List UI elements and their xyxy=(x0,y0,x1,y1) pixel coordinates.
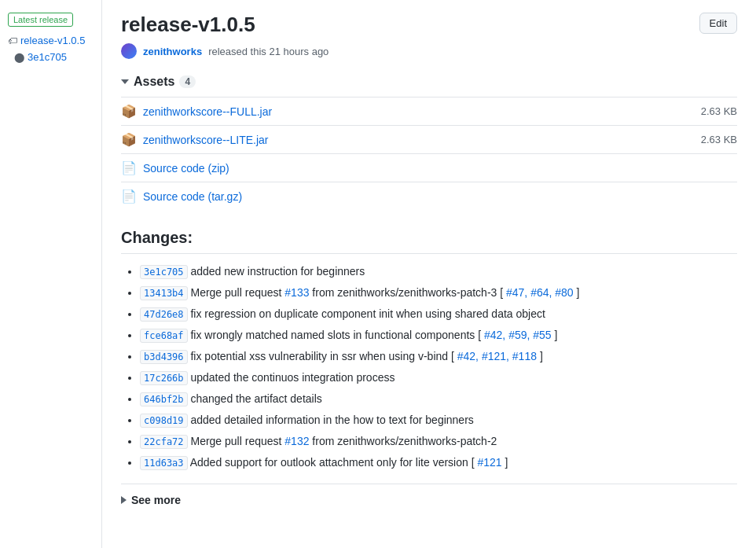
targz-icon: 📄 xyxy=(121,189,137,204)
release-title: release-v1.0.5 xyxy=(121,13,255,37)
hash-b3d4396[interactable]: b3d4396 xyxy=(140,350,188,364)
source-targz-link[interactable]: Source code (tar.gz) xyxy=(143,190,242,203)
release-header: release-v1.0.5 Edit xyxy=(121,13,737,37)
msg-22cfa72: Merge pull request xyxy=(190,435,284,447)
msg-646bf2b: changed the artifact details xyxy=(190,392,321,405)
see-more-button[interactable]: See more xyxy=(121,494,181,506)
commit-item-47d26e8: 47d26e8 fix regression on duplicate comp… xyxy=(140,306,737,322)
hash-646bf2b[interactable]: 646bf2b xyxy=(140,392,188,406)
pr-118-link[interactable]: #118 xyxy=(512,350,537,362)
sidebar-tag[interactable]: 🏷 release-v1.0.5 xyxy=(8,35,94,46)
pr-133-link[interactable]: #133 xyxy=(284,286,309,299)
jar-lite-icon: 📦 xyxy=(121,132,137,147)
asset-item-lite-jar: 📦 zenithworkscore--LITE.jar 2.63 KB xyxy=(121,125,737,153)
hash-13413b4[interactable]: 13413b4 xyxy=(140,286,188,300)
commit-item-22cfa72: 22cfa72 Merge pull request #132 from zen… xyxy=(140,433,737,450)
author-link[interactable]: zenithworks xyxy=(143,46,202,57)
msg-fce68af: fix wrongly matched named slots in funct… xyxy=(190,329,481,341)
sidebar-commit[interactable]: ⬤ 3e1c705 xyxy=(14,51,94,63)
pr-42a-link[interactable]: #42, xyxy=(484,329,505,341)
commit-item-fce68af: fce68af fix wrongly matched named slots … xyxy=(140,327,737,344)
edit-button[interactable]: Edit xyxy=(699,13,737,34)
msg-22cfa72-2: from zenithworks/zenithworks-patch-2 xyxy=(312,435,497,447)
commit-item-b3d4396: b3d4396 fix potential xss vulnerability … xyxy=(140,348,737,365)
msg-47d26e8: fix regression on duplicate component in… xyxy=(190,307,545,320)
hash-3e1c705[interactable]: 3e1c705 xyxy=(140,265,188,279)
release-time: released this 21 hours ago xyxy=(208,46,328,57)
source-zip-item: 📄 Source code (zip) xyxy=(121,153,737,182)
lite-jar-size: 2.63 KB xyxy=(701,134,737,145)
changes-header: Changes: xyxy=(121,229,737,254)
jar-icon: 📦 xyxy=(121,104,137,119)
hash-47d26e8[interactable]: 47d26e8 xyxy=(140,307,188,322)
msg-13413b4: Merge pull request xyxy=(190,286,284,299)
bracket-close-2: ] xyxy=(555,329,558,341)
source-zip-link[interactable]: Source code (zip) xyxy=(143,162,229,175)
commit-item-13413b4: 13413b4 Merge pull request #133 from zen… xyxy=(140,285,737,301)
hash-c098d19[interactable]: c098d19 xyxy=(140,414,188,428)
sidebar-tag-label: release-v1.0.5 xyxy=(20,35,85,46)
pr-132-link[interactable]: #132 xyxy=(284,435,309,447)
lite-jar-link[interactable]: zenithworkscore--LITE.jar xyxy=(143,134,269,146)
release-meta: zenithworks released this 21 hours ago xyxy=(121,43,737,59)
tag-icon: 🏷 xyxy=(8,35,17,46)
assets-section: Assets 4 📦 zenithworkscore--FULL.jar 2.6… xyxy=(121,75,737,210)
commit-item-646bf2b: 646bf2b changed the artifact details xyxy=(140,391,737,407)
source-targz-item: 📄 Source code (tar.gz) xyxy=(121,182,737,210)
commit-item-3e1c705: 3e1c705 added new instruction for beginn… xyxy=(140,263,737,280)
triangle-icon xyxy=(121,496,127,504)
msg-17c266b: updated the continuos integration proces… xyxy=(190,371,395,384)
see-more-section: See more xyxy=(121,484,737,506)
assets-title: Assets xyxy=(134,75,174,89)
assets-chevron-icon xyxy=(121,79,129,84)
bracket-close-4: ] xyxy=(505,456,508,469)
asset-left: 📦 zenithworkscore--FULL.jar xyxy=(121,104,272,119)
changes-list: 3e1c705 added new instruction for beginn… xyxy=(121,263,737,471)
commit-item-c098d19: c098d19 added detailed information in th… xyxy=(140,412,737,428)
bracket-close-3: ] xyxy=(540,350,543,362)
see-more-label: See more xyxy=(131,494,181,506)
hash-17c266b[interactable]: 17c266b xyxy=(140,371,188,385)
pr-80-link[interactable]: #80 xyxy=(555,286,573,299)
pr-121b-link[interactable]: #121 xyxy=(477,456,501,469)
sidebar: Latest release 🏷 release-v1.0.5 ⬤ 3e1c70… xyxy=(0,0,102,548)
msg-11d63a3: Added support for outlook attachment onl… xyxy=(190,456,475,469)
pr-55-link[interactable]: #55 xyxy=(533,329,551,341)
msg-13413b4-2: from zenithworks/zenithworks-patch-3 [ xyxy=(312,286,503,299)
zip-icon: 📄 xyxy=(121,160,137,175)
pr-42b-link[interactable]: #42, xyxy=(457,350,479,362)
full-jar-link[interactable]: zenithworkscore--FULL.jar xyxy=(143,105,272,118)
commit-item-17c266b: 17c266b updated the continuos integratio… xyxy=(140,370,737,386)
pr-59-link[interactable]: #59, xyxy=(508,329,530,341)
msg-c098d19: added detailed information in the how to… xyxy=(190,414,473,426)
hash-fce68af[interactable]: fce68af xyxy=(140,329,188,343)
pr-64-link[interactable]: #64, xyxy=(530,286,552,299)
pr-47-link[interactable]: #47, xyxy=(506,286,527,299)
commit-dot-icon: ⬤ xyxy=(14,52,24,63)
changes-section: Changes: 3e1c705 added new instruction f… xyxy=(121,229,737,506)
sidebar-commit-label: 3e1c705 xyxy=(28,51,67,63)
latest-release-badge: Latest release xyxy=(8,13,73,27)
assets-header[interactable]: Assets 4 xyxy=(121,75,737,89)
hash-22cfa72[interactable]: 22cfa72 xyxy=(140,435,188,449)
asset-item-full-jar: 📦 zenithworkscore--FULL.jar 2.63 KB xyxy=(121,97,737,125)
bracket-close-1: ] xyxy=(577,286,580,299)
main-content: release-v1.0.5 Edit zenithworks released… xyxy=(102,0,756,548)
hash-11d63a3[interactable]: 11d63a3 xyxy=(140,456,188,470)
asset-left-lite: 📦 zenithworkscore--LITE.jar xyxy=(121,132,269,147)
avatar xyxy=(121,43,137,59)
assets-count: 4 xyxy=(179,75,196,88)
commit-item-11d63a3: 11d63a3 Added support for outlook attach… xyxy=(140,454,737,471)
pr-121a-link[interactable]: #121, xyxy=(482,350,509,362)
msg-3e1c705: added new instruction for beginners xyxy=(190,265,365,278)
full-jar-size: 2.63 KB xyxy=(701,105,737,117)
msg-b3d4396: fix potential xss vulnerability in ssr w… xyxy=(190,350,453,362)
